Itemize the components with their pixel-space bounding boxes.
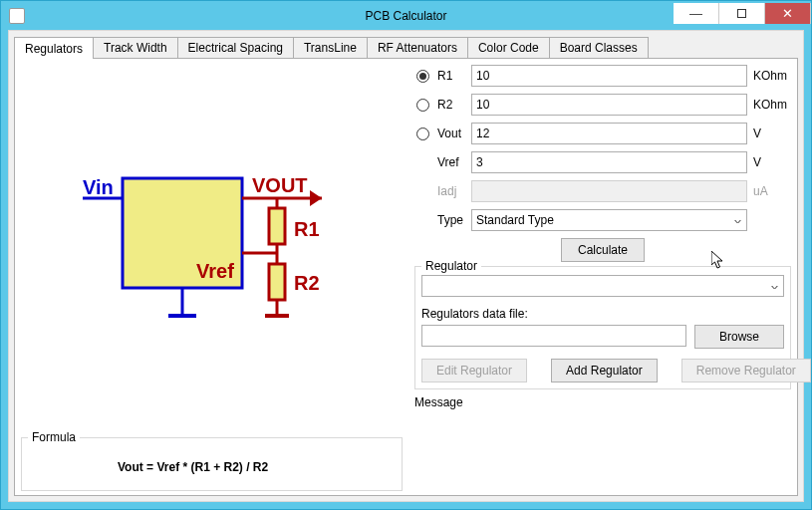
radio-vout[interactable] xyxy=(416,128,429,140)
tab-regulators[interactable]: Regulators xyxy=(14,37,94,59)
unit-vout: V xyxy=(747,127,791,140)
label-vout: Vout xyxy=(437,127,471,140)
row-vout: Vout V xyxy=(414,123,791,144)
tab-transline[interactable]: TransLine xyxy=(293,37,368,58)
regulator-group: Regulator Regulators data file: Browse E… xyxy=(414,266,791,389)
diagram-r2-label: R2 xyxy=(294,272,320,294)
tab-electrical-spacing[interactable]: Electrical Spacing xyxy=(177,37,294,58)
maximize-button[interactable] xyxy=(719,3,765,24)
data-file-label: Regulators data file: xyxy=(421,307,784,321)
label-vref: Vref xyxy=(437,155,471,169)
right-pane: R1 KOhm R2 KOhm Vout V xyxy=(408,59,797,495)
formula-legend: Formula xyxy=(28,430,80,444)
diagram-vref-label: Vref xyxy=(196,260,234,282)
close-button[interactable]: ✕ xyxy=(765,3,811,24)
row-type: Type Standard Type xyxy=(414,209,791,231)
input-data-file[interactable] xyxy=(421,325,686,347)
unit-vref: V xyxy=(747,155,791,169)
tab-rf-attenuators[interactable]: RF Attenuators xyxy=(367,37,468,58)
app-icon xyxy=(9,8,25,24)
left-pane: Vin VOUT Vref R1 xyxy=(15,59,408,495)
tab-strip: Regulators Track Width Electrical Spacin… xyxy=(14,36,798,58)
app-window: PCB Calculator — ✕ Regulators Track Widt… xyxy=(0,0,812,510)
unit-iadj: uA xyxy=(747,184,791,198)
radio-r1[interactable] xyxy=(416,70,429,83)
svg-marker-3 xyxy=(310,190,322,206)
row-r1: R1 KOhm xyxy=(414,65,791,87)
select-regulator[interactable] xyxy=(421,275,784,297)
diagram-vin-label: Vin xyxy=(83,176,114,198)
input-r2[interactable] xyxy=(471,94,747,116)
browse-button[interactable]: Browse xyxy=(694,325,784,349)
unit-r1: KOhm xyxy=(747,69,791,83)
label-r1: R1 xyxy=(437,69,471,83)
titlebar[interactable]: PCB Calculator — ✕ xyxy=(1,1,811,30)
label-iadj: Iadj xyxy=(437,184,471,198)
row-r2: R2 KOhm xyxy=(414,94,791,116)
add-regulator-button[interactable]: Add Regulator xyxy=(551,359,658,382)
message-label: Message xyxy=(414,395,791,409)
svg-rect-8 xyxy=(269,264,285,300)
input-iadj xyxy=(471,180,747,202)
label-r2: R2 xyxy=(437,98,471,112)
svg-rect-6 xyxy=(269,208,285,244)
tab-board-classes[interactable]: Board Classes xyxy=(549,37,649,58)
tab-panel: Vin VOUT Vref R1 xyxy=(14,58,798,496)
input-r1[interactable] xyxy=(471,65,747,87)
radio-r2[interactable] xyxy=(416,99,429,112)
regulator-diagram: Vin VOUT Vref R1 xyxy=(15,59,408,437)
calculate-button[interactable]: Calculate xyxy=(561,238,645,262)
window-buttons: — ✕ xyxy=(674,3,811,25)
input-vout[interactable] xyxy=(471,123,747,144)
select-type-value: Standard Type xyxy=(476,213,554,227)
row-vref: Vref V xyxy=(414,151,791,173)
formula-group: Formula Vout = Vref * (R1 + R2) / R2 xyxy=(21,437,403,491)
diagram-vout-label: VOUT xyxy=(252,174,308,196)
label-type: Type xyxy=(437,213,471,227)
client-area: Regulators Track Width Electrical Spacin… xyxy=(8,30,804,502)
tab-color-code[interactable]: Color Code xyxy=(467,37,550,58)
unit-r2: KOhm xyxy=(747,98,791,112)
formula-text: Vout = Vref * (R1 + R2) / R2 xyxy=(118,460,396,474)
input-vref[interactable] xyxy=(471,151,747,173)
edit-regulator-button[interactable]: Edit Regulator xyxy=(421,359,527,382)
select-type[interactable]: Standard Type xyxy=(471,209,747,231)
remove-regulator-button[interactable]: Remove Regulator xyxy=(681,359,811,382)
tab-track-width[interactable]: Track Width xyxy=(93,37,178,58)
diagram-r1-label: R1 xyxy=(294,218,320,240)
row-iadj: Iadj uA xyxy=(414,180,791,202)
minimize-button[interactable]: — xyxy=(674,3,719,24)
regulator-legend: Regulator xyxy=(421,259,481,273)
